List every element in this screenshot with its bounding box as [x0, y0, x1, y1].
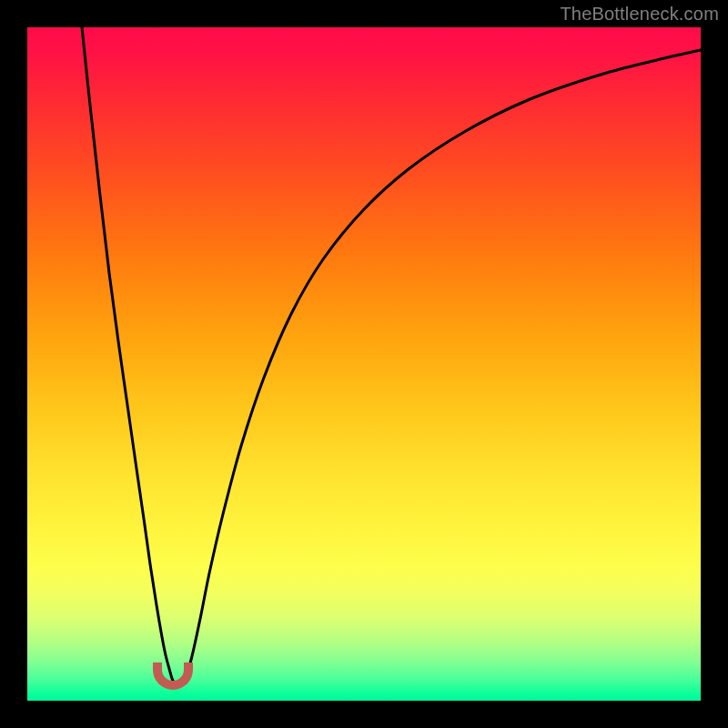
chart-frame: TheBottleneck.com [0, 0, 728, 728]
u-shape-icon [153, 662, 193, 690]
bottleneck-curve [27, 27, 701, 701]
optimal-marker [153, 662, 193, 690]
plot-area [27, 27, 701, 701]
watermark-text: TheBottleneck.com [560, 4, 719, 25]
